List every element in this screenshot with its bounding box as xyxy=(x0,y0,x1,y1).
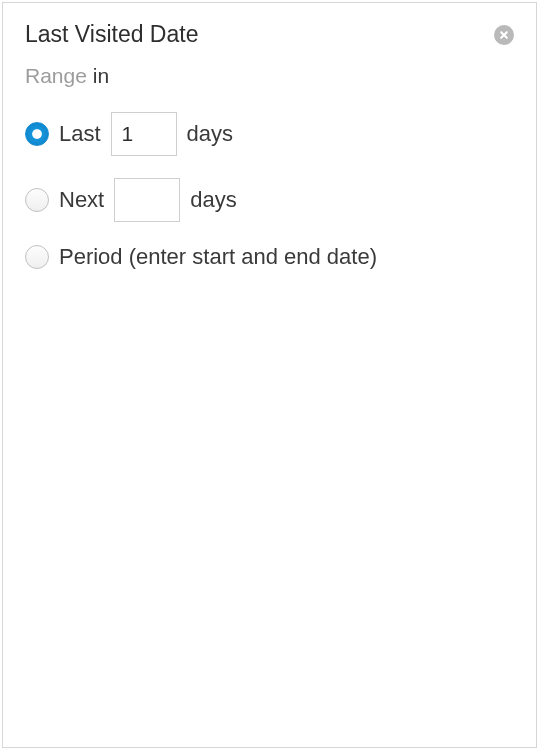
option-next: Next days xyxy=(25,178,514,222)
panel-header: Last Visited Date xyxy=(25,21,514,48)
subheader-prefix: Range xyxy=(25,64,87,87)
panel-title: Last Visited Date xyxy=(25,21,198,48)
option-next-suffix: days xyxy=(190,187,236,213)
radio-period[interactable] xyxy=(25,245,49,269)
option-last-prefix: Last xyxy=(59,121,101,147)
filter-panel: Last Visited Date Range in Last days Nex… xyxy=(2,2,537,748)
option-last-suffix: days xyxy=(187,121,233,147)
option-next-prefix: Next xyxy=(59,187,104,213)
radio-next[interactable] xyxy=(25,188,49,212)
option-period-label: Period (enter start and end date) xyxy=(59,244,377,270)
next-days-input[interactable] xyxy=(114,178,180,222)
option-period: Period (enter start and end date) xyxy=(25,244,514,270)
option-last: Last days xyxy=(25,112,514,156)
close-icon[interactable] xyxy=(494,25,514,45)
radio-last[interactable] xyxy=(25,122,49,146)
last-days-input[interactable] xyxy=(111,112,177,156)
subheader-suffix: in xyxy=(93,64,109,87)
panel-subheader: Range in xyxy=(25,64,514,88)
options-list: Last days Next days Period (enter start … xyxy=(25,112,514,270)
